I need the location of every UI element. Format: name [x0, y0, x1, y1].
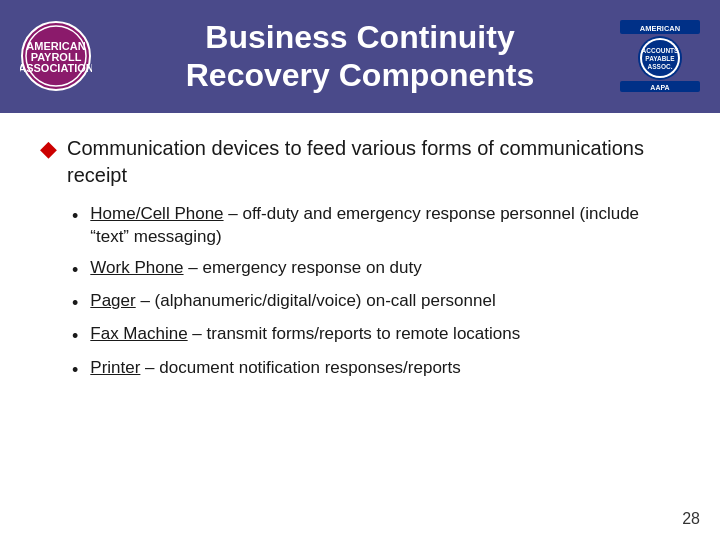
- bullet-dot: •: [72, 358, 78, 382]
- svg-text:ACCOUNTS: ACCOUNTS: [642, 47, 679, 54]
- bullet-text: Printer – document notification response…: [90, 357, 460, 380]
- svg-text:AMERICAN: AMERICAN: [640, 24, 680, 33]
- bullet-rest: – transmit forms/reports to remote locat…: [188, 324, 521, 343]
- bullet-term: Fax Machine: [90, 324, 187, 343]
- bullet-dot: •: [72, 324, 78, 348]
- aapa-logo: AMERICAN ACCOUNTS PAYABLE ASSOC. AAPA: [620, 20, 700, 92]
- bullet-text: Fax Machine – transmit forms/reports to …: [90, 323, 520, 346]
- main-point: ◆ Communication devices to feed various …: [40, 135, 680, 189]
- bullet-item: •Fax Machine – transmit forms/reports to…: [72, 323, 680, 348]
- bullet-text: Pager – (alphanumeric/digital/voice) on-…: [90, 290, 495, 313]
- bullet-item: •Home/Cell Phone – off-duty and emergenc…: [72, 203, 680, 249]
- bullet-term: Printer: [90, 358, 140, 377]
- apa-logo: AMERICAN PAYROLL ASSOCIATION: [20, 20, 92, 92]
- bullet-term: Home/Cell Phone: [90, 204, 223, 223]
- header: AMERICAN PAYROLL ASSOCIATION Business Co…: [0, 0, 720, 113]
- bullet-dot: •: [72, 291, 78, 315]
- slide: AMERICAN PAYROLL ASSOCIATION Business Co…: [0, 0, 720, 540]
- bullet-dot: •: [72, 204, 78, 228]
- bullet-item: •Work Phone – emergency response on duty: [72, 257, 680, 282]
- svg-text:AAPA: AAPA: [650, 84, 669, 91]
- bullet-item: •Pager – (alphanumeric/digital/voice) on…: [72, 290, 680, 315]
- bullet-rest: – emergency response on duty: [184, 258, 422, 277]
- svg-text:ASSOCIATION: ASSOCIATION: [20, 62, 92, 74]
- header-title: Business Continuity Recovery Components: [186, 18, 535, 95]
- main-point-text: Communication devices to feed various fo…: [67, 135, 680, 189]
- bullet-term: Work Phone: [90, 258, 183, 277]
- bullet-text: Home/Cell Phone – off-duty and emergency…: [90, 203, 680, 249]
- svg-text:PAYABLE: PAYABLE: [645, 55, 675, 62]
- bullet-text: Work Phone – emergency response on duty: [90, 257, 421, 280]
- bullet-rest: – document notification responses/report…: [140, 358, 460, 377]
- svg-text:ASSOC.: ASSOC.: [648, 63, 673, 70]
- bullet-list: •Home/Cell Phone – off-duty and emergenc…: [72, 203, 680, 390]
- diamond-bullet: ◆: [40, 136, 57, 162]
- bullet-item: •Printer – document notification respons…: [72, 357, 680, 382]
- bullet-term: Pager: [90, 291, 135, 310]
- bullet-dot: •: [72, 258, 78, 282]
- bullet-rest: – (alphanumeric/digital/voice) on-call p…: [136, 291, 496, 310]
- content: ◆ Communication devices to feed various …: [0, 113, 720, 540]
- page-number: 28: [682, 510, 700, 528]
